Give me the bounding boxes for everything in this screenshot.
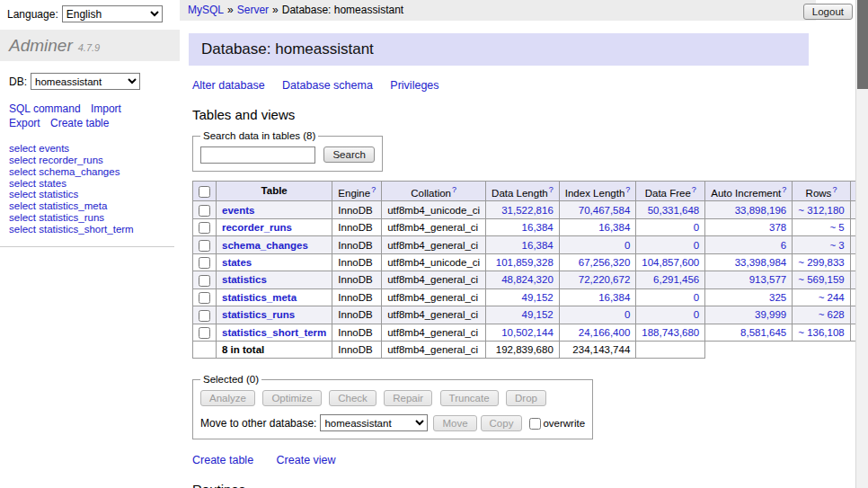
database-action-link[interactable]: Privileges bbox=[390, 79, 438, 92]
help-link[interactable]: ? bbox=[625, 185, 630, 194]
sidebar-select-link[interactable]: select statistics_runs bbox=[9, 212, 165, 224]
data-length-link[interactable]: 16,384 bbox=[522, 222, 554, 233]
sidebar-select-link[interactable]: select events bbox=[9, 143, 165, 155]
data-length-link[interactable]: 10,502,144 bbox=[501, 327, 554, 338]
auto-increment-link[interactable]: 913,577 bbox=[749, 274, 787, 285]
table-name-link[interactable]: statistics_runs bbox=[222, 309, 295, 320]
rows-count-link[interactable]: ~ 136,108 bbox=[798, 327, 844, 338]
sidebar-select-link[interactable]: select recorder_runs bbox=[9, 155, 165, 166]
index-length-link[interactable]: 67,256,320 bbox=[579, 257, 631, 268]
data-length-link[interactable]: 49,152 bbox=[522, 292, 554, 303]
table-name-link[interactable]: statistics bbox=[222, 274, 267, 285]
db-select[interactable]: homeassistant bbox=[31, 73, 140, 90]
sidebar-link[interactable]: Export bbox=[9, 117, 40, 129]
rows-count-link[interactable]: ~ 244 bbox=[819, 292, 845, 303]
data-length-link[interactable]: 16,384 bbox=[522, 240, 554, 251]
rows-count-link[interactable]: ~ 299,833 bbox=[798, 257, 844, 268]
auto-increment-link[interactable]: 33,898,196 bbox=[735, 205, 787, 216]
breadcrumb-link-server[interactable]: Server bbox=[237, 4, 269, 16]
index-length-link[interactable]: 0 bbox=[624, 309, 630, 320]
sidebar-select-link[interactable]: select statistics_meta bbox=[9, 200, 165, 212]
truncate-button[interactable]: Truncate bbox=[440, 390, 499, 406]
index-length-link[interactable]: 16,384 bbox=[598, 222, 630, 233]
row-checkbox[interactable] bbox=[199, 205, 210, 217]
data-length-link[interactable]: 49,152 bbox=[522, 309, 554, 320]
copy-button[interactable]: Copy bbox=[481, 415, 523, 431]
database-action-link[interactable]: Database schema bbox=[282, 79, 373, 92]
analyze-button[interactable]: Analyze bbox=[200, 390, 255, 406]
search-button[interactable]: Search bbox=[323, 146, 374, 163]
index-length-link[interactable]: 24,166,400 bbox=[579, 327, 631, 338]
table-name-link[interactable]: schema_changes bbox=[222, 240, 308, 251]
auto-increment-link[interactable]: 33,398,984 bbox=[735, 257, 787, 268]
data-length-link[interactable]: 101,859,328 bbox=[496, 257, 554, 268]
row-checkbox[interactable] bbox=[199, 222, 210, 234]
move-db-select[interactable]: homeassistant bbox=[320, 414, 428, 431]
scrollbar[interactable] bbox=[855, 0, 868, 488]
optimize-button[interactable]: Optimize bbox=[262, 390, 321, 406]
check-button[interactable]: Check bbox=[329, 390, 376, 406]
rows-count-link[interactable]: ~ 3 bbox=[829, 240, 844, 251]
row-checkbox[interactable] bbox=[199, 257, 210, 269]
move-button[interactable]: Move bbox=[433, 415, 476, 431]
logout-button[interactable]: Logout bbox=[803, 4, 853, 20]
index-length-link[interactable]: 70,467,584 bbox=[579, 205, 631, 216]
data-length-link[interactable]: 48,824,320 bbox=[501, 274, 554, 285]
data-free-link[interactable]: 6,291,456 bbox=[653, 274, 699, 285]
auto-increment-link[interactable]: 8,581,645 bbox=[740, 327, 786, 338]
index-length-link[interactable]: 72,220,672 bbox=[579, 274, 631, 285]
help-link[interactable]: ? bbox=[549, 185, 554, 194]
data-length-link[interactable]: 31,522,816 bbox=[501, 205, 554, 216]
breadcrumb-link-mysql[interactable]: MySQL bbox=[188, 4, 224, 16]
data-free-link[interactable]: 104,857,600 bbox=[642, 257, 699, 268]
table-name-link[interactable]: events bbox=[222, 205, 254, 216]
help-link[interactable]: ? bbox=[692, 185, 696, 194]
row-checkbox[interactable] bbox=[199, 310, 210, 322]
table-name-link[interactable]: statistics_short_term bbox=[222, 327, 326, 338]
data-free-link[interactable]: 50,331,648 bbox=[648, 205, 700, 216]
table-name-link[interactable]: statistics_meta bbox=[222, 292, 297, 303]
repair-button[interactable]: Repair bbox=[384, 390, 432, 406]
auto-increment-link[interactable]: 325 bbox=[769, 292, 786, 303]
help-link[interactable]: ? bbox=[452, 185, 456, 194]
help-link[interactable]: ? bbox=[371, 185, 376, 194]
sidebar-link[interactable]: SQL command bbox=[9, 102, 81, 115]
auto-increment-link[interactable]: 39,999 bbox=[755, 309, 786, 320]
auto-increment-link[interactable]: 378 bbox=[769, 222, 786, 233]
rows-count-link[interactable]: ~ 569,159 bbox=[798, 274, 844, 285]
row-checkbox[interactable] bbox=[199, 275, 210, 287]
row-checkbox[interactable] bbox=[199, 327, 210, 339]
sidebar-select-link[interactable]: select states bbox=[9, 178, 165, 190]
table-name-link[interactable]: recorder_runs bbox=[222, 222, 292, 233]
data-free-link[interactable]: 0 bbox=[694, 240, 699, 251]
auto-increment-link[interactable]: 6 bbox=[781, 240, 786, 251]
help-link[interactable]: ? bbox=[832, 185, 837, 194]
database-action-link[interactable]: Alter database bbox=[192, 79, 265, 92]
index-length-link[interactable]: 0 bbox=[624, 240, 630, 251]
create-link[interactable]: Create table bbox=[192, 454, 253, 466]
index-length-link[interactable]: 16,384 bbox=[598, 292, 630, 303]
rows-count-link[interactable]: ~ 628 bbox=[819, 309, 845, 320]
data-free-link[interactable]: 0 bbox=[694, 292, 699, 303]
select-all-checkbox[interactable] bbox=[199, 186, 210, 198]
data-free-link[interactable]: 0 bbox=[694, 222, 699, 233]
table-name-link[interactable]: states bbox=[222, 257, 252, 268]
sidebar-link[interactable]: Create table bbox=[50, 117, 109, 129]
sidebar-select-link[interactable]: select statistics bbox=[9, 189, 165, 200]
help-link[interactable]: ? bbox=[782, 185, 786, 194]
rows-count-link[interactable]: ~ 5 bbox=[829, 222, 844, 233]
overwrite-checkbox[interactable] bbox=[529, 418, 541, 430]
rows-count-link[interactable]: ~ 312,180 bbox=[798, 205, 844, 216]
row-checkbox[interactable] bbox=[199, 240, 210, 252]
row-checkbox[interactable] bbox=[199, 292, 210, 304]
create-link[interactable]: Create view bbox=[277, 454, 336, 466]
scrollbar-thumb[interactable] bbox=[857, 0, 868, 89]
data-free-link[interactable]: 188,743,680 bbox=[642, 327, 699, 338]
sidebar-link[interactable]: Import bbox=[91, 102, 121, 115]
search-input[interactable] bbox=[200, 146, 315, 164]
drop-button[interactable]: Drop bbox=[506, 390, 546, 406]
sidebar-select-link[interactable]: select schema_changes bbox=[9, 166, 165, 178]
sidebar-select-link[interactable]: select statistics_short_term bbox=[9, 224, 165, 235]
language-select[interactable]: English bbox=[62, 5, 163, 22]
adminer-logo-link[interactable]: Adminer bbox=[9, 36, 73, 55]
